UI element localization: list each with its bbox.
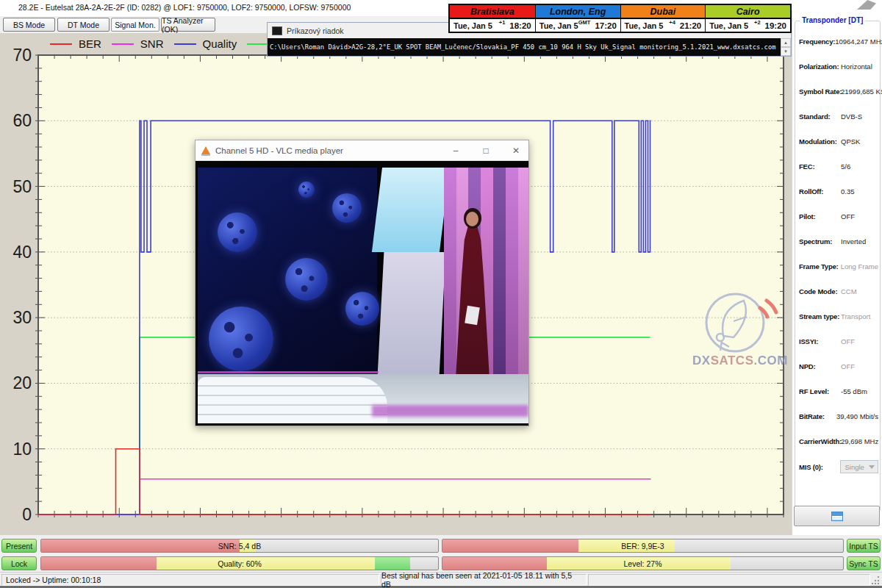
tab-bs-mode[interactable]: BS Mode: [3, 18, 55, 32]
svg-text:50: 50: [12, 177, 32, 196]
row-stream-type: Stream type:Transport: [799, 309, 878, 323]
cmd-icon: [272, 26, 282, 35]
scroll-down-icon[interactable]: ▼: [781, 47, 791, 56]
row-frequency: Frequency:10964,247 MHz: [799, 35, 878, 48]
vlc-player-window[interactable]: Channel 5 HD - VLC media player – □ ✕: [195, 140, 529, 426]
row-standard: Standard:DVB-S: [799, 110, 878, 123]
row-npd: NPD:OFF: [799, 359, 878, 373]
svg-text:70: 70: [12, 46, 32, 65]
status-panel-empty: [588, 574, 870, 586]
mis-dropdown[interactable]: Single: [840, 460, 878, 473]
clock-city: Cairo: [706, 5, 790, 19]
wm-com: .COM: [753, 354, 787, 368]
virus-graphic: [209, 306, 273, 371]
vlc-cone-icon: [201, 146, 210, 154]
quality-line-swatch: [174, 43, 196, 45]
field-label: BitRate:: [799, 412, 836, 420]
snr-line-swatch: [112, 43, 134, 45]
snr-gauge: SNR: 5,4 dB: [40, 539, 439, 553]
field-value: 0.35: [841, 187, 878, 196]
chart-legend: BER SNR Quality Level: [50, 37, 302, 50]
studio-ceiling-panel: [372, 167, 450, 252]
window-title: 28.2E - Eutelsat 28A-2A-2E-2F (ID: 0282)…: [18, 3, 351, 12]
snr-gauge-text: SNR: 5,4 dB: [41, 539, 438, 552]
resize-grip[interactable]: [871, 576, 880, 584]
legend-label: Quality: [203, 37, 237, 50]
close-icon[interactable]: ✕: [503, 142, 528, 159]
presenter-head: [466, 212, 478, 226]
field-label: Polarization:: [799, 62, 841, 71]
cmd-title: Príkazový riadok: [287, 26, 344, 35]
cmd-console[interactable]: C:\Users\Roman Dávid>A2G-28,2°E_UK SPOT …: [268, 38, 791, 56]
row-code-mode: Code Mode:CCM: [799, 284, 878, 298]
field-label: RollOff:: [799, 187, 841, 196]
clock-time: 21:20: [680, 21, 701, 30]
dxsatcs-watermark: DXSATCS.COM: [692, 292, 784, 368]
svg-text:10: 10: [12, 440, 32, 459]
field-value: OFF: [841, 362, 878, 370]
field-value: OFF: [841, 212, 878, 220]
clock-city: Dubai: [621, 5, 706, 19]
cmd-scrollbar[interactable]: ▲ ▼: [781, 38, 791, 56]
wm-dx: DX: [692, 354, 711, 368]
maximize-icon[interactable]: □: [473, 142, 498, 159]
virus-graphic: [218, 212, 257, 252]
field-label: MIS (0):: [799, 463, 840, 471]
vlc-titlebar[interactable]: Channel 5 HD - VLC media player – □ ✕: [196, 140, 528, 161]
quality-gauge-text: Quality: 60%: [41, 557, 438, 570]
field-label: RF Level:: [799, 387, 841, 395]
row-issyi: ISSYI:OFF: [799, 334, 878, 348]
scroll-up-icon[interactable]: ▲: [781, 38, 791, 47]
tab-signal-mon[interactable]: Signal Mon.: [111, 18, 159, 32]
legend-label: BER: [79, 37, 101, 50]
virus-graphic: [285, 258, 328, 301]
field-label: Frame Type:: [799, 262, 841, 270]
transponder-groupbox: Transponder [DT] Frequency:10964,247 MHz…: [795, 21, 881, 512]
video-frame[interactable]: [196, 161, 528, 426]
input-ts-badge: Input TS: [847, 539, 881, 553]
field-label: Stream type:: [799, 312, 841, 320]
field-value: CCM: [841, 287, 878, 295]
wm-satcs: SATCS: [711, 354, 754, 368]
cmd-prompt-line: C:\Users\Roman Dávid>A2G-28,2°E_UK SPOT …: [268, 43, 778, 51]
tab-dt-mode[interactable]: DT Mode: [57, 18, 110, 32]
field-label: Symbol Rate:: [799, 87, 841, 96]
field-value: Long Frame: [841, 262, 878, 270]
legend-item-snr: SNR: [112, 37, 164, 50]
gauge-bar-area: Present SNR: 5,4 dB BER: 9,9E-3 Input TS…: [0, 535, 882, 572]
row-frame-type: Frame Type:Long Frame: [799, 259, 878, 273]
chevron-down-icon: [869, 465, 875, 469]
field-value: 39,490 Mbit/s: [836, 412, 878, 420]
clock-date: Tue, Jan 5: [539, 21, 578, 30]
field-label: Pilot:: [799, 212, 841, 220]
sync-ts-badge: Sync TS: [847, 556, 881, 570]
ts-list-button[interactable]: [794, 506, 880, 526]
field-value: 5/6: [841, 162, 878, 171]
clock-date: Tue, Jan 5: [453, 21, 499, 30]
studio-desk: [198, 377, 387, 423]
lock-status-badge: Lock: [1, 556, 37, 570]
clock-city: Bratislava: [450, 5, 535, 19]
field-value: OFF: [841, 337, 878, 345]
tab-ts-analyzer[interactable]: TS Analyzer (OK): [161, 18, 215, 32]
clock-utc-offset: GMT: [578, 19, 591, 26]
corner-decoration: [857, 0, 876, 10]
row-mis: MIS (0): Single: [799, 459, 878, 474]
row-bitrate: BitRate:39,490 Mbit/s: [799, 409, 878, 423]
satellite-dish-logo-icon: [692, 292, 784, 354]
field-label: Standard:: [799, 112, 841, 121]
watermark-text: DXSATCS.COM: [692, 354, 784, 368]
level-line-swatch: [247, 43, 269, 45]
legend-item-ber: BER: [50, 37, 101, 50]
level-gauge-text: Level: 27%: [442, 557, 843, 570]
present-status-badge: Present: [1, 539, 37, 553]
minimize-icon[interactable]: –: [443, 142, 468, 159]
clock-date: Tue, Jan 5: [709, 21, 754, 30]
transponder-panel: Transponder [DT] Frequency:10964,247 MHz…: [792, 10, 882, 535]
row-rolloff: RollOff:0.35: [799, 184, 878, 198]
svg-text:30: 30: [12, 308, 32, 327]
field-value: 29,698 MHz: [841, 437, 878, 445]
svg-text:0: 0: [22, 505, 32, 524]
clock-dubai: Dubai Tue, Jan 5 +4 21:20: [620, 5, 706, 32]
field-value: -55 dBm: [841, 387, 878, 395]
